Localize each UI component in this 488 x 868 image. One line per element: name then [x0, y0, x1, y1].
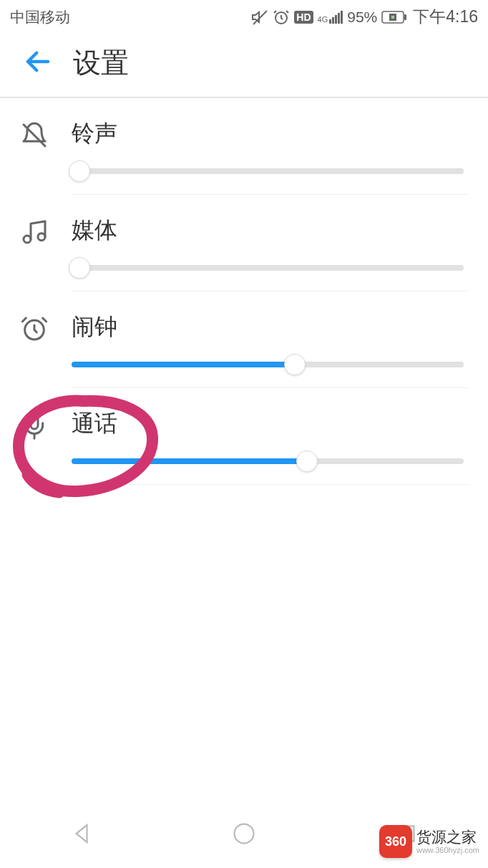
microphone-icon	[20, 408, 72, 440]
ringtone-mute-icon	[20, 118, 72, 150]
signal-icon: 4G	[318, 11, 343, 24]
alarm-slider-thumb[interactable]	[284, 354, 306, 375]
ringtone-slider[interactable]	[72, 168, 464, 174]
call-label: 通话	[72, 408, 468, 440]
battery-percent: 95%	[347, 9, 377, 26]
alarm-slider-fill	[72, 362, 295, 367]
nav-back-button[interactable]	[69, 821, 94, 849]
ringtone-row: 铃声	[20, 98, 468, 195]
ringtone-slider-thumb[interactable]	[69, 160, 90, 182]
nav-home-button[interactable]	[231, 821, 257, 849]
carrier-label: 中国移动	[10, 7, 70, 27]
svg-rect-5	[391, 16, 394, 19]
media-slider-thumb[interactable]	[69, 257, 90, 279]
svg-rect-3	[404, 14, 406, 20]
status-icons: HD 4G 95% 下午4:16	[251, 6, 478, 28]
media-label: 媒体	[72, 215, 468, 246]
media-slider[interactable]	[72, 265, 464, 271]
svg-line-0	[253, 11, 267, 24]
call-slider[interactable]	[72, 458, 464, 464]
mute-icon	[251, 9, 268, 26]
battery-icon	[381, 11, 407, 24]
alarm-clock-icon	[20, 312, 72, 343]
call-slider-thumb[interactable]	[296, 450, 318, 472]
call-slider-fill	[72, 458, 307, 464]
watermark: 360 货源之家 www.360hyzj.com	[379, 825, 479, 858]
watermark-url: www.360hyzj.com	[416, 846, 479, 855]
alarm-row: 闹钟	[20, 291, 468, 388]
page-title: 设置	[73, 44, 129, 82]
media-row: 媒体	[20, 195, 468, 291]
back-arrow-icon[interactable]	[23, 47, 53, 79]
ringtone-label: 铃声	[72, 118, 468, 150]
hd-badge: HD	[294, 11, 313, 24]
svg-point-11	[234, 824, 253, 844]
volume-settings-list: 铃声 媒体 闹钟	[0, 98, 488, 485]
app-header: 设置	[0, 31, 488, 98]
alarm-slider[interactable]	[72, 362, 464, 367]
alarm-label: 闹钟	[72, 312, 468, 343]
status-bar: 中国移动 HD 4G 95%	[0, 0, 488, 31]
music-note-icon	[20, 215, 72, 246]
svg-point-9	[38, 233, 45, 241]
watermark-badge: 360	[379, 825, 412, 858]
svg-point-8	[24, 236, 31, 243]
clock-time: 下午4:16	[413, 6, 478, 28]
call-row: 通话	[20, 388, 468, 485]
watermark-title: 货源之家	[416, 828, 479, 846]
alarm-status-icon	[273, 9, 290, 26]
